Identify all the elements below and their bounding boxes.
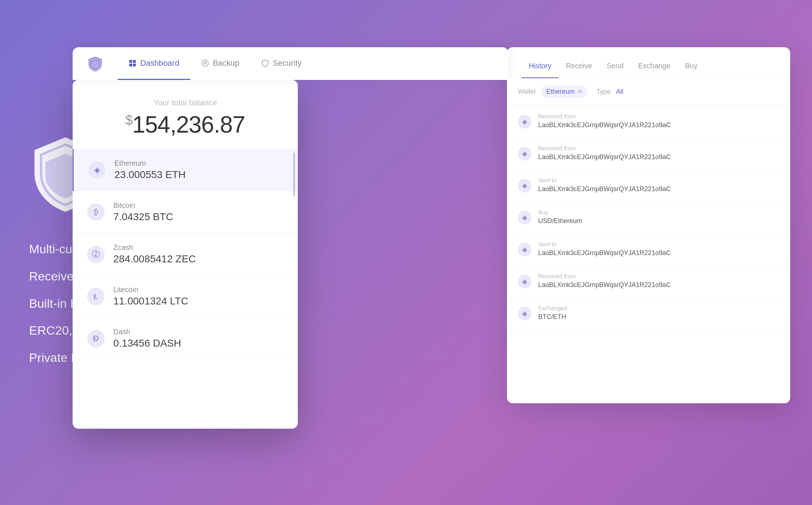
tx-coin-icon: ◈ (518, 147, 532, 161)
nav-tab-security[interactable]: Security (250, 47, 312, 80)
tx-coin-icon: ◈ (518, 243, 532, 256)
scroll-indicator (293, 153, 295, 196)
currency-name: Dash (113, 328, 283, 336)
transaction-item[interactable]: ◈ExchangedBTC/ETH (507, 297, 790, 329)
top-nav: Dashboard Backup Security (73, 47, 508, 80)
tx-type: Sent to (538, 241, 779, 248)
tx-coin-icon: ◈ (518, 211, 532, 225)
nav-tab-security-label: Security (273, 58, 301, 68)
currency-list[interactable]: ◈Ethereum23.000553 ETH₿Bitcoin7.04325 BT… (73, 149, 298, 429)
tx-address: LaoBLXmk3cEJGrnpBWqsrQYJA1R221o9aC (538, 281, 779, 289)
history-tab-history[interactable]: History (521, 58, 559, 78)
tx-address: LaoBLXmk3cEJGrnpBWqsrQYJA1R221o9aC (538, 249, 779, 257)
transaction-item[interactable]: ◈BuyUSD/Ethereum (507, 201, 790, 233)
transaction-item[interactable]: ◈Received fromLaoBLXmk3cEJGrnpBWqsrQYJA1… (507, 265, 790, 297)
svg-rect-3 (133, 64, 136, 66)
tx-type: Received from (538, 273, 779, 280)
currency-name: Bitcoin (113, 201, 283, 210)
filter-type-label: Type (596, 88, 610, 96)
svg-rect-1 (133, 60, 136, 63)
tx-type: Received from (538, 145, 779, 152)
transaction-item[interactable]: ◈Received fromLaoBLXmk3cEJGrnpBWqsrQYJA1… (507, 105, 790, 137)
currency-amount: 23.000553 ETH (114, 169, 283, 181)
filter-wallet-value: Ethereum (546, 88, 575, 96)
currency-coin-icon: ◈ (88, 161, 106, 179)
transaction-item[interactable]: ◈Received fromLaoBLXmk3cEJGrnpBWqsrQYJA1… (507, 137, 790, 169)
tx-type: Buy (538, 209, 779, 216)
currency-item[interactable]: ⓏZcash284.0085412 ZEC (73, 233, 298, 275)
tx-address: BTC/ETH (538, 313, 779, 321)
history-tab-send[interactable]: Send (600, 58, 631, 78)
history-panel: HistoryReceiveSendExchangeBuy Wallet Eth… (507, 47, 790, 403)
tx-address: USD/Ethereum (538, 217, 779, 225)
balance-amount: $154,236.87 (87, 111, 283, 138)
balance-section: Your total balance $154,236.87 (73, 80, 298, 149)
tx-type: Exchanged (538, 305, 779, 312)
filter-wallet-tag[interactable]: Ethereum ✕ (541, 86, 587, 98)
tx-type: Sent to (538, 177, 779, 184)
svg-rect-2 (129, 64, 132, 66)
filter-wallet-label: Wallet (518, 88, 536, 96)
dashboard-icon (129, 59, 137, 67)
tx-coin-icon: ◈ (518, 179, 532, 193)
currency-name: Litecoin (113, 286, 283, 294)
tx-coin-icon: ◈ (518, 115, 532, 129)
transaction-list[interactable]: ◈Received fromLaoBLXmk3cEJGrnpBWqsrQYJA1… (507, 105, 790, 403)
history-tab-receive[interactable]: Receive (559, 58, 599, 78)
filter-close-button[interactable]: ✕ (577, 88, 582, 95)
filter-row: Wallet Ethereum ✕ Type All (507, 78, 790, 105)
tx-address: LaoBLXmk3cEJGrnpBWqsrQYJA1R221o9aC (538, 185, 779, 193)
currency-name: Ethereum (114, 159, 283, 167)
balance-dollar-sign: $ (125, 113, 132, 128)
tx-coin-icon: ◈ (518, 307, 532, 320)
history-tab-buy[interactable]: Buy (678, 58, 705, 78)
nav-tab-backup-label: Backup (213, 58, 239, 68)
history-tabs: HistoryReceiveSendExchangeBuy (507, 47, 790, 78)
nav-tab-dashboard[interactable]: Dashboard (118, 47, 190, 80)
wallet-panel: Your total balance $154,236.87 ◈Ethereum… (73, 80, 298, 429)
security-icon (261, 59, 269, 67)
nav-tabs: Dashboard Backup Security (118, 47, 313, 80)
balance-label: Your total balance (87, 98, 283, 108)
currency-item[interactable]: ₿Bitcoin7.04325 BTC (73, 191, 298, 233)
nav-logo-icon (87, 56, 103, 72)
tx-address: LaoBLXmk3cEJGrnpBWqsrQYJA1R221o9aC (538, 153, 779, 161)
history-tab-exchange[interactable]: Exchange (631, 58, 678, 78)
nav-tab-dashboard-label: Dashboard (140, 58, 179, 68)
currency-amount: 284.0085412 ZEC (113, 253, 283, 265)
transaction-item[interactable]: ◈Sent toLaoBLXmk3cEJGrnpBWqsrQYJA1R221o9… (507, 169, 790, 201)
tx-address: LaoBLXmk3cEJGrnpBWqsrQYJA1R221o9aC (538, 121, 779, 129)
currency-item[interactable]: ◈Ethereum23.000553 ETH (73, 149, 298, 191)
currency-item[interactable]: ĐDash0.13456 DASH (73, 318, 298, 360)
currency-coin-icon: Ł (87, 288, 105, 305)
balance-value: 154,236.87 (132, 112, 245, 138)
currency-coin-icon: Ⓩ (87, 246, 105, 263)
currency-coin-icon: ₿ (87, 203, 105, 221)
tx-coin-icon: ◈ (518, 275, 532, 288)
filter-type-value[interactable]: All (616, 88, 623, 96)
currency-amount: 0.13456 DASH (113, 338, 283, 349)
svg-rect-0 (129, 60, 132, 63)
transaction-item[interactable]: ◈Sent toLaoBLXmk3cEJGrnpBWqsrQYJA1R221o9… (507, 233, 790, 265)
backup-icon (201, 59, 209, 67)
currency-coin-icon: Đ (87, 330, 105, 347)
currency-amount: 7.04325 BTC (113, 211, 283, 223)
tx-type: Received from (538, 113, 779, 120)
nav-tab-backup[interactable]: Backup (190, 47, 250, 80)
currency-name: Zcash (113, 243, 283, 252)
currency-item[interactable]: ŁLitecoin11.0001324 LTC (73, 275, 298, 318)
currency-amount: 11.0001324 LTC (113, 295, 283, 307)
